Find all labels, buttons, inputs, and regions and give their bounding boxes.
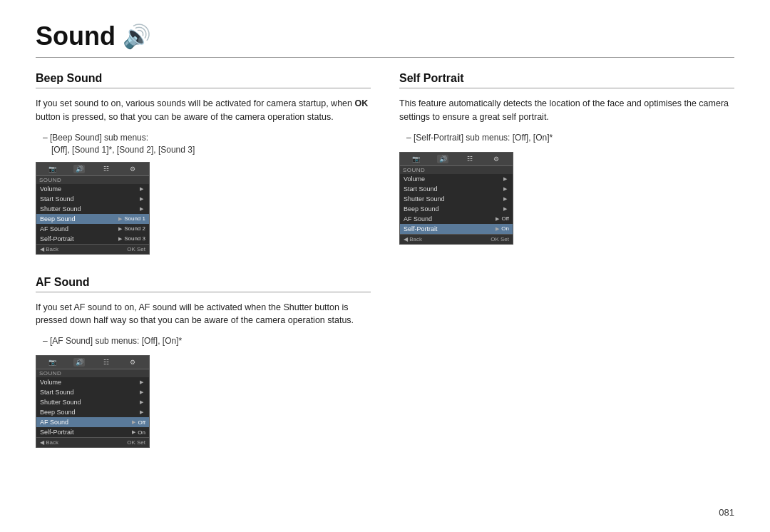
menu-row-volume: Volume ▶ <box>36 184 149 194</box>
beep-sound-camera-menu: 📷 🔊 ☷ ⚙ SOUND Volume ▶ Start Sound ▶ Shu… <box>36 162 150 255</box>
self-portrait-camera-menu: 📷 🔊 ☷ ⚙ SOUND Volume ▶ Start Sound ▶ Shu… <box>399 152 513 245</box>
af-sound-title: AF Sound <box>36 276 371 289</box>
self-portrait-description: This feature automatically detects the l… <box>399 97 734 124</box>
speaker-icon: 🔊 <box>123 23 151 50</box>
af-menu-row-shutter-sound: Shutter Sound ▶ <box>36 397 149 407</box>
page: Sound 🔊 Beep Sound If you set sound to o… <box>0 0 770 532</box>
af-menu-row-start-sound: Start Sound ▶ <box>36 387 149 397</box>
af-menu-row-beep-sound: Beep Sound ▶ <box>36 407 149 417</box>
speaker-tab-icon: 🔊 <box>73 165 85 173</box>
speaker-tab-icon3: 🔊 <box>73 358 85 367</box>
page-title: Sound 🔊 <box>36 21 734 51</box>
sp-menu-row-beep-sound: Beep Sound ▶ <box>400 204 513 214</box>
menu-row-self-portrait: Self-Portrait ▶ Sound 3 <box>36 234 149 244</box>
cam-tab-icon2: 📷 <box>411 155 422 163</box>
af-sound-section: AF Sound If you set AF sound to on, AF s… <box>36 276 385 449</box>
af-menu-row-self-portrait: Self-Portrait ▶ On <box>36 427 149 437</box>
sp-menu-row-af-sound: AF Sound ▶ Off <box>400 214 513 224</box>
self-portrait-divider <box>399 88 734 88</box>
self-portrait-title: Self Portrait <box>399 72 734 85</box>
gear-tab-icon3: ⚙ <box>127 358 138 367</box>
beep-sound-menu-label: SOUND <box>36 176 149 184</box>
grid-tab-icon2: ☷ <box>464 155 476 163</box>
page-number: 081 <box>719 507 734 518</box>
af-menu-row-af-sound: AF Sound ▶ Off <box>36 417 149 427</box>
menu-row-af-sound: AF Sound ▶ Sound 2 <box>36 224 149 234</box>
beep-sound-title: Beep Sound <box>36 72 371 85</box>
cam-tab-icon: 📷 <box>47 165 58 173</box>
self-portrait-section: Self Portrait This feature automatically… <box>385 72 734 255</box>
cam-tab-icon3: 📷 <box>47 358 58 367</box>
menu-row-start-sound: Start Sound ▶ <box>36 194 149 204</box>
title-divider <box>36 57 734 58</box>
beep-sound-description: If you set sound to on, various sounds w… <box>36 97 371 124</box>
af-sound-menu-footer: ◀ Back OK Set <box>36 437 149 447</box>
af-sound-sub-menu-note: [AF Sound] sub menus: [Off], [On]* <box>43 334 371 348</box>
gear-tab-icon2: ⚙ <box>491 155 502 163</box>
af-sound-camera-menu: 📷 🔊 ☷ ⚙ SOUND Volume ▶ Start Sound ▶ Shu… <box>36 355 150 448</box>
grid-tab-icon: ☷ <box>101 165 112 173</box>
speaker-tab-icon2: 🔊 <box>437 155 448 163</box>
bottom-row: AF Sound If you set AF sound to on, AF s… <box>36 276 734 449</box>
af-menu-row-volume: Volume ▶ <box>36 377 149 387</box>
sp-menu-row-self-portrait: Self-Portrait ▶ On <box>400 224 513 234</box>
grid-tab-icon3: ☷ <box>101 358 112 367</box>
menu-row-beep-sound: Beep Sound ▶ Sound 1 <box>36 214 149 224</box>
menu-row-shutter-sound: Shutter Sound ▶ <box>36 204 149 214</box>
af-sound-description: If you set AF sound to on, AF sound will… <box>36 301 371 328</box>
beep-sound-menu-header: 📷 🔊 ☷ ⚙ <box>36 163 149 176</box>
beep-sound-sub-menu-values: [Off], [Sound 1]*, [Sound 2], [Sound 3] <box>51 145 371 155</box>
beep-sound-divider <box>36 88 371 88</box>
beep-sound-sub-menu-note: [Beep Sound] sub menus: <box>43 131 371 145</box>
self-portrait-menu-footer: ◀ Back OK Set <box>400 234 513 244</box>
sp-menu-row-volume: Volume ▶ <box>400 174 513 184</box>
self-portrait-menu-header: 📷 🔊 ☷ ⚙ <box>400 153 513 166</box>
gear-tab-icon: ⚙ <box>127 165 138 173</box>
sp-menu-row-start-sound: Start Sound ▶ <box>400 184 513 194</box>
beep-sound-menu-footer: ◀ Back OK Set <box>36 244 149 254</box>
beep-sound-section: Beep Sound If you set sound to on, vario… <box>36 72 385 255</box>
top-row: Beep Sound If you set sound to on, vario… <box>36 72 734 255</box>
self-portrait-menu-label: SOUND <box>400 166 513 174</box>
af-sound-divider <box>36 292 371 292</box>
af-sound-menu-header: 📷 🔊 ☷ ⚙ <box>36 356 149 369</box>
ok-bold: OK <box>354 98 368 108</box>
title-text: Sound <box>36 21 115 51</box>
sp-menu-row-shutter-sound: Shutter Sound ▶ <box>400 194 513 204</box>
self-portrait-sub-menu-note: [Self-Portrait] sub menus: [Off], [On]* <box>406 131 734 145</box>
af-sound-menu-label: SOUND <box>36 369 149 377</box>
